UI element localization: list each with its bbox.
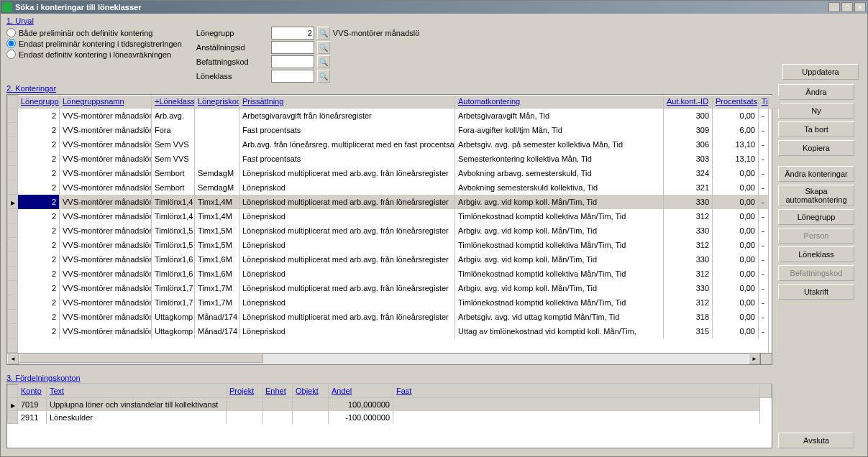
loneklass-input[interactable]: [271, 70, 314, 83]
loneklass-button[interactable]: Löneklass: [778, 246, 854, 262]
search-icon: 🔍: [319, 29, 328, 37]
scroll-left-icon[interactable]: ◄: [7, 354, 19, 364]
table-row[interactable]: 2VVS-montörer månadslönTimlönx1,5Timx1,5…: [8, 223, 780, 238]
befattningskod-label: Befattningskod: [196, 57, 268, 66]
maximize-button[interactable]: □: [841, 2, 853, 12]
table-row[interactable]: 2911Löneskulder-100,000000: [8, 411, 772, 424]
col-header[interactable]: Lönepriskod: [195, 96, 239, 109]
ny-button[interactable]: Ny: [778, 103, 854, 119]
loneklass-lookup[interactable]: 🔍: [317, 70, 330, 83]
col-header[interactable]: Fast: [393, 385, 760, 398]
table-row[interactable]: 2VVS-montörer månadslönTimlönx1,6Timx1,6…: [8, 252, 780, 267]
avsluta-button[interactable]: Avsluta: [778, 433, 854, 448]
table-row[interactable]: 2VVS-montörer månadslönTimlönx1,5Timx1,5…: [8, 238, 780, 252]
kopiera-button[interactable]: Kopiera: [778, 140, 854, 156]
radio-prelim[interactable]: Endast preliminär kontering i tidsregist…: [6, 39, 182, 48]
lonegrupp-button[interactable]: Lönegrupp: [778, 209, 854, 225]
col-header[interactable]: Andel: [329, 385, 393, 398]
close-button[interactable]: ×: [854, 2, 866, 12]
table-row[interactable]: 2VVS-montörer månadslönUttagkompMånad/17…: [8, 310, 780, 324]
search-icon: 🔍: [319, 44, 328, 52]
anstallningsid-lookup[interactable]: 🔍: [317, 41, 330, 54]
radio-both[interactable]: Både preliminär och definitiv kontering: [6, 28, 182, 37]
befattningskod-input[interactable]: [271, 55, 314, 68]
col-header[interactable]: Aut.kont.-ID: [664, 96, 713, 109]
anstallningsid-label: Anställningsid: [196, 43, 268, 52]
anstallningsid-input[interactable]: [271, 41, 314, 54]
befattningskod-button: Befattningskod: [778, 265, 854, 281]
lonegrupp-input[interactable]: [271, 27, 314, 40]
section-fordelning-link[interactable]: 3. Fördelningskonton: [6, 374, 81, 382]
search-icon: 🔍: [319, 58, 328, 66]
section-konteringar-link[interactable]: 2. Konteringar: [6, 84, 56, 93]
col-header[interactable]: Ti: [759, 96, 769, 109]
table-row[interactable]: 2VVS-montörer månadslönTimlönx1,4Timx1,4…: [8, 209, 780, 223]
section-urval-link[interactable]: 1. Urval: [6, 17, 34, 25]
table-row[interactable]: 2VVS-montörer månadslönTimlönx1,7Timx1,7…: [8, 295, 780, 310]
table-row[interactable]: 2VVS-montörer månadslönSembortSemdagMLön…: [8, 166, 780, 180]
lonegrupp-desc: VVS-montörer månadslö: [333, 29, 419, 37]
table-row[interactable]: 2VVS-montörer månadslönSembortSemdagMLön…: [8, 180, 780, 195]
andra-konteringar-button[interactable]: Ändra konteringar: [778, 166, 854, 182]
konteringar-grid[interactable]: LönegruppLönegruppsnamn+LöneklassLönepri…: [6, 94, 772, 365]
table-row[interactable]: 2VVS-montörer månadslönForaFast procents…: [8, 123, 780, 137]
table-row[interactable]: 7019Upplupna löner och vinstandelar till…: [8, 398, 772, 411]
search-icon: 🔍: [319, 73, 328, 80]
col-header[interactable]: Lönegrupp: [18, 96, 60, 109]
col-header[interactable]: Prissättning: [239, 96, 455, 109]
table-row[interactable]: 2VVS-montörer månadslönSem VVSFast proce…: [8, 152, 780, 166]
table-row[interactable]: 2VVS-montörer månadslönTimlönx1,4Timx1,4…: [8, 195, 780, 209]
loneklass-label: Löneklass: [196, 72, 268, 80]
table-row[interactable]: 2VVS-montörer månadslönArb.avg.Arbetsgiv…: [8, 109, 780, 123]
table-row[interactable]: 2VVS-montörer månadslönSem VVSArb.avg. f…: [8, 137, 780, 152]
window-title: Söka i konteringar till löneklasser: [15, 3, 828, 11]
skapa-autokontering-button[interactable]: Skapa automatkontering: [778, 185, 854, 206]
table-row[interactable]: 2VVS-montörer månadslönTimlönx1,7Timx1,7…: [8, 281, 780, 295]
col-header[interactable]: Automatkontering: [455, 96, 664, 109]
utskrift-button[interactable]: Utskrift: [778, 284, 854, 300]
col-header[interactable]: +Löneklass: [152, 96, 195, 109]
befattningskod-lookup[interactable]: 🔍: [317, 55, 330, 68]
col-header[interactable]: Objekt: [293, 385, 329, 398]
col-header[interactable]: Lönegruppsnamn: [60, 96, 152, 109]
titlebar: Söka i konteringar till löneklasser _ □ …: [1, 1, 867, 14]
row-header: [8, 96, 18, 109]
fordelning-grid[interactable]: KontoTextProjektEnhetObjektAndelFast 701…: [6, 384, 772, 448]
lonegrupp-label: Lönegrupp: [196, 29, 268, 37]
tabort-button[interactable]: Ta bort: [778, 121, 854, 137]
table-row[interactable]: 2VVS-montörer månadslönTimlönx1,6Timx1,6…: [8, 267, 780, 281]
col-header[interactable]: Enhet: [262, 385, 293, 398]
lonegrupp-lookup[interactable]: 🔍: [317, 27, 330, 40]
col-header[interactable]: Procentsats: [713, 96, 759, 109]
col-header[interactable]: Projekt: [227, 385, 262, 398]
main-window: Söka i konteringar till löneklasser _ □ …: [0, 0, 868, 457]
v-scrollbar[interactable]: [769, 96, 780, 109]
col-header[interactable]: Text: [47, 385, 227, 398]
person-button: Person: [778, 228, 854, 244]
app-icon: [2, 2, 12, 12]
table-row[interactable]: 2VVS-montörer månadslönUttagkompMånad/17…: [8, 324, 780, 338]
uppdatera-button[interactable]: Uppdatera: [782, 64, 859, 80]
radio-definitiv[interactable]: Endast definitiv kontering i löneavräkni…: [6, 50, 182, 59]
andra-button[interactable]: Ändra: [778, 84, 854, 100]
scroll-right-icon[interactable]: ►: [749, 354, 760, 364]
minimize-button[interactable]: _: [828, 2, 840, 12]
col-header[interactable]: Konto: [18, 385, 47, 398]
h-scrollbar[interactable]: ◄ ►: [7, 353, 772, 364]
